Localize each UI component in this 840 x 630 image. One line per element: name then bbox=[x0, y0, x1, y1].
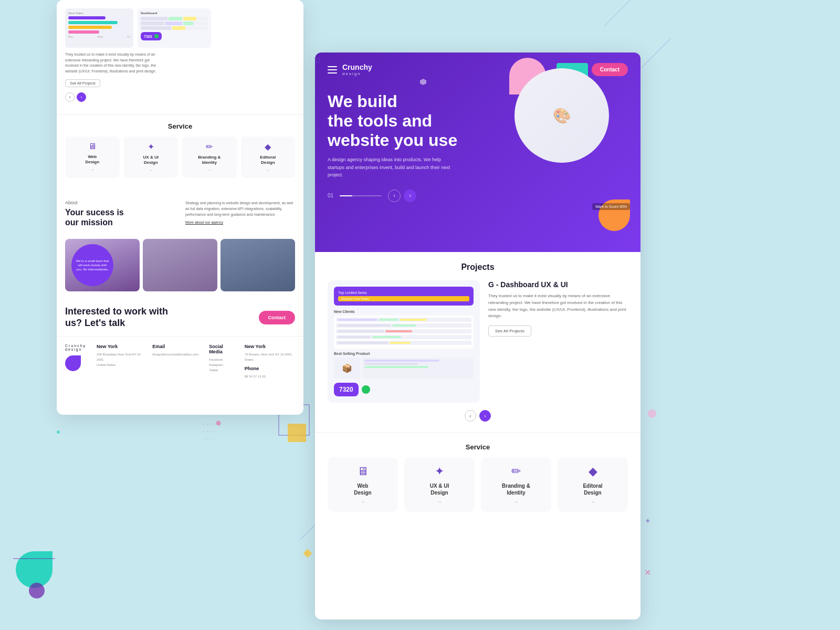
project-dashboard-preview: Top Limited Items Delivery Free Today Ne… bbox=[328, 280, 480, 403]
footer-logo: Crunchy design bbox=[65, 344, 86, 351]
hero-slide-number: 01 bbox=[328, 193, 333, 198]
footer-ny-address-1: 200 Broadway New York NY 10 2001United S… bbox=[97, 352, 142, 368]
left-service-section: Service 🖥 WebDesign → ✦ UX & UIDesign → … bbox=[57, 114, 303, 193]
blue-circle-deco bbox=[29, 583, 45, 598]
hamburger-menu[interactable] bbox=[328, 66, 337, 74]
dash-header: Top Limited Items Delivery Free Today bbox=[334, 287, 474, 306]
service-card-brand-left[interactable]: ✏ Branding &Identity → bbox=[182, 136, 237, 178]
right-editorial-icon: ◆ bbox=[563, 465, 623, 478]
editorial-name-left: EditoralDesign bbox=[245, 155, 291, 166]
pink-dot-deco bbox=[648, 410, 656, 418]
team-photos-section: We're a small team that will work closel… bbox=[65, 239, 295, 291]
right-brand-name: Crunchy bbox=[342, 63, 372, 71]
right-service-grid: 🖥 WebDesign → ✦ UX & UIDesign → ✏ Brandi… bbox=[328, 457, 628, 512]
service-grid-left: 🖥 WebDesign → ✦ UX & UIDesign → ✏ Brandi… bbox=[65, 136, 295, 178]
about-title-left: Your sucess isour mission bbox=[65, 207, 175, 227]
footer-col-ny2: New York 73 Bowery, New York NY 10 2001,… bbox=[245, 344, 295, 379]
star-deco-2: ✦ bbox=[645, 517, 651, 525]
footer-col-ny1: New York 200 Broadway New York NY 10 200… bbox=[97, 344, 142, 379]
right-service-web[interactable]: 🖥 WebDesign → bbox=[328, 457, 398, 512]
diag-line-3 bbox=[641, 38, 671, 68]
footer-logo-col: Crunchy design bbox=[65, 344, 86, 379]
footer-email-heading: Email bbox=[152, 344, 198, 349]
right-brand-icon: ✏ bbox=[486, 465, 546, 478]
next-arrow-left[interactable]: › bbox=[77, 92, 86, 102]
deco-cross: ✕ bbox=[644, 568, 651, 578]
product-cards-mini: 📦 bbox=[334, 358, 474, 379]
right-projects-section: Projects Top Limited Items Delivery Free… bbox=[315, 252, 640, 432]
footer-ny-heading-1: New York bbox=[97, 344, 142, 349]
left-cta-section: Interested to work withus? Let's talk Co… bbox=[57, 299, 303, 336]
teal-shape-deco bbox=[16, 551, 52, 588]
about-left-col: About Your sucess isour mission bbox=[65, 200, 175, 232]
left-footer: Crunchy design New York 200 Broadway New… bbox=[57, 336, 303, 386]
footer-phone-heading: Phone bbox=[245, 366, 295, 371]
grid-dots-right-deco: · · · ·· · · ·· · · · bbox=[203, 420, 215, 442]
dash-top-label: Top Limited Items bbox=[338, 291, 469, 295]
hero-prev-arrow[interactable]: ‹ bbox=[388, 190, 401, 202]
projects-content-row: Top Limited Items Delivery Free Today Ne… bbox=[328, 280, 628, 403]
see-all-projects-btn-right[interactable]: See All Projects bbox=[488, 326, 531, 337]
projects-nav-arrows: ‹ › bbox=[328, 410, 628, 422]
stat-number-badge: 7320 bbox=[334, 383, 359, 396]
footer-ny-heading-2: New York bbox=[245, 344, 295, 349]
project-info-col: G - Dashboard UX & UI They trusted us to… bbox=[488, 280, 628, 403]
right-ux-arrow: → bbox=[410, 499, 469, 505]
right-website-card: 🎨 Want to Score 90% Crunchy design Conta… bbox=[315, 52, 640, 620]
ux-design-icon-left: ✦ bbox=[128, 142, 174, 152]
right-service-editorial[interactable]: ◆ EditoralDesign → bbox=[558, 457, 628, 512]
team-photo-2 bbox=[143, 239, 217, 291]
footer-logo-deco bbox=[65, 355, 81, 371]
left-dashboard-preview: New Sales Mon Wed Fri Dashboard bbox=[57, 0, 303, 114]
new-clients-label: New Clients bbox=[334, 310, 474, 313]
right-web-icon: 🖥 bbox=[333, 465, 393, 478]
about-body-left: Strategy and planning to website design … bbox=[185, 200, 295, 218]
table-row-3 bbox=[336, 329, 471, 333]
see-all-projects-btn-left[interactable]: See All Projects bbox=[65, 79, 100, 87]
footer-col-email: Email design@crunchyd@mailbox.com bbox=[152, 344, 198, 379]
contact-button-left[interactable]: Contact bbox=[259, 311, 296, 324]
footer-phone-value: 88 34 57 12 00 bbox=[245, 374, 295, 380]
right-editorial-name: EditoralDesign bbox=[563, 482, 623, 496]
projects-prev-arrow[interactable]: ‹ bbox=[465, 410, 476, 422]
brand-icon-left: ✏ bbox=[186, 142, 233, 152]
line-deco bbox=[13, 558, 55, 559]
left-nav-arrows: ‹ › bbox=[65, 92, 295, 102]
right-brand-name: Branding &Identity bbox=[486, 482, 546, 496]
footer-ny-address-2: 73 Bowery, New York NY 10 2001, States bbox=[245, 352, 295, 362]
projects-next-arrow[interactable]: › bbox=[479, 410, 491, 422]
brand-arrow-left: → bbox=[186, 168, 233, 173]
pink-square-deco bbox=[216, 421, 221, 426]
score-badge: Want to Score 90% bbox=[592, 203, 630, 210]
right-service-brand[interactable]: ✏ Branding &Identity → bbox=[481, 457, 551, 512]
table-row-5 bbox=[336, 341, 471, 345]
hero-next-arrow[interactable]: › bbox=[404, 190, 416, 202]
prev-arrow-left[interactable]: ‹ bbox=[65, 92, 75, 102]
hero-content: We buildthe tools andwebsite you use A d… bbox=[328, 92, 628, 202]
cta-title-left: Interested to work withus? Let's talk bbox=[65, 306, 168, 329]
nav-contact-button[interactable]: Contact bbox=[592, 63, 628, 76]
right-web-arrow: → bbox=[333, 499, 393, 505]
small-dot-deco bbox=[57, 430, 60, 434]
footer-email-value: design@crunchyd@mailbox.com bbox=[152, 352, 198, 358]
hero-hex-deco bbox=[420, 79, 426, 85]
service-card-web-left[interactable]: 🖥 WebDesign → bbox=[65, 136, 120, 178]
hero-progress-fill bbox=[340, 195, 352, 196]
editorial-icon-left: ◆ bbox=[245, 142, 291, 152]
footer-social-heading: Social Media bbox=[209, 344, 234, 354]
small-circle-outline-deco bbox=[315, 58, 320, 63]
more-about-link-left[interactable]: More about our agency bbox=[185, 220, 295, 224]
hero-nav-row: 01 ‹ › bbox=[328, 190, 628, 202]
service-card-ux-left[interactable]: ✦ UX & UIDesign → bbox=[124, 136, 178, 178]
stat-green-dot bbox=[362, 385, 370, 394]
left-about-section: About Your sucess isour mission Strategy… bbox=[57, 193, 303, 239]
service-section-title-right: Service bbox=[328, 443, 628, 451]
service-section-title-left: Service bbox=[65, 122, 295, 130]
project-description-left: They trusted us to make it exist visuall… bbox=[65, 52, 295, 74]
table-row-1 bbox=[336, 318, 471, 322]
right-service-ux[interactable]: ✦ UX & UIDesign → bbox=[404, 457, 475, 512]
right-hero-section: 🎨 Want to Score 90% Crunchy design Conta… bbox=[315, 52, 640, 252]
best-selling-label: Best Selling Product bbox=[334, 352, 474, 355]
team-photo-3 bbox=[220, 239, 295, 291]
service-card-editorial-left[interactable]: ◆ EditoralDesign → bbox=[241, 136, 296, 178]
